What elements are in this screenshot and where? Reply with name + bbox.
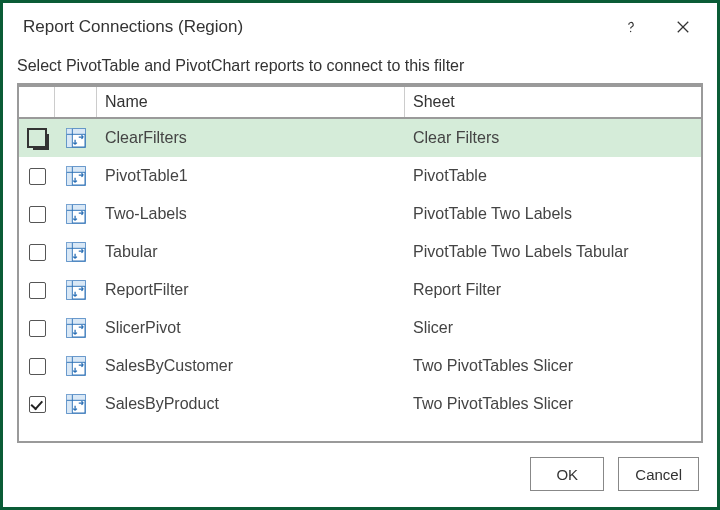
checkbox-icon[interactable]	[29, 206, 46, 223]
pivottable-icon	[55, 347, 97, 385]
pivottable-icon	[55, 271, 97, 309]
row-checkbox[interactable]	[19, 119, 55, 157]
instruction-text: Select PivotTable and PivotChart reports…	[3, 51, 717, 83]
selection-indicator-icon	[27, 128, 47, 148]
checkbox-icon[interactable]	[29, 396, 46, 413]
row-name: SalesByProduct	[97, 385, 405, 423]
row-name: SalesByCustomer	[97, 347, 405, 385]
row-name: Two-Labels	[97, 195, 405, 233]
table-row[interactable]: SalesByCustomerTwo PivotTables Slicer	[19, 347, 701, 385]
row-name: SlicerPivot	[97, 309, 405, 347]
table-row[interactable]: PivotTable1PivotTable	[19, 157, 701, 195]
pivottable-icon	[55, 385, 97, 423]
row-sheet: PivotTable	[405, 157, 701, 195]
row-checkbox[interactable]	[19, 157, 55, 195]
header-name[interactable]: Name	[97, 87, 405, 117]
pivottable-icon	[55, 157, 97, 195]
svg-rect-30	[67, 319, 73, 337]
row-sheet: Two PivotTables Slicer	[405, 347, 701, 385]
row-name: ClearFilters	[97, 119, 405, 157]
svg-rect-25	[67, 281, 73, 299]
row-sheet: Two PivotTables Slicer	[405, 385, 701, 423]
checkbox-icon[interactable]	[29, 282, 46, 299]
header-checkbox-col	[19, 87, 55, 117]
svg-point-0	[630, 31, 631, 32]
row-sheet: Report Filter	[405, 271, 701, 309]
row-name: Tabular	[97, 233, 405, 271]
svg-rect-10	[67, 167, 73, 185]
row-name: PivotTable1	[97, 157, 405, 195]
pivottable-icon	[55, 119, 97, 157]
row-checkbox[interactable]	[19, 385, 55, 423]
svg-rect-40	[67, 395, 73, 413]
row-checkbox[interactable]	[19, 347, 55, 385]
row-name: ReportFilter	[97, 271, 405, 309]
report-grid: Name Sheet ClearFiltersClear FiltersPivo…	[17, 83, 703, 443]
table-row[interactable]: ReportFilterReport Filter	[19, 271, 701, 309]
checkbox-icon[interactable]	[29, 168, 46, 185]
row-checkbox[interactable]	[19, 271, 55, 309]
ok-button[interactable]: OK	[530, 457, 604, 491]
titlebar: Report Connections (Region)	[3, 3, 717, 51]
svg-rect-5	[67, 129, 73, 147]
pivottable-icon	[55, 233, 97, 271]
dialog-title: Report Connections (Region)	[23, 17, 617, 37]
table-row[interactable]: SlicerPivotSlicer	[19, 309, 701, 347]
row-sheet: PivotTable Two Labels Tabular	[405, 233, 701, 271]
table-row[interactable]: SalesByProductTwo PivotTables Slicer	[19, 385, 701, 423]
svg-rect-35	[67, 357, 73, 375]
pivottable-icon	[55, 195, 97, 233]
table-row[interactable]: ClearFiltersClear Filters	[19, 119, 701, 157]
grid-body: ClearFiltersClear FiltersPivotTable1Pivo…	[19, 119, 701, 441]
row-sheet: PivotTable Two Labels	[405, 195, 701, 233]
dialog-footer: OK Cancel	[3, 443, 717, 507]
header-sheet[interactable]: Sheet	[405, 87, 701, 117]
row-sheet: Clear Filters	[405, 119, 701, 157]
cancel-button[interactable]: Cancel	[618, 457, 699, 491]
row-checkbox[interactable]	[19, 195, 55, 233]
header-icon-col	[55, 87, 97, 117]
help-icon[interactable]	[617, 13, 645, 41]
checkbox-icon[interactable]	[29, 320, 46, 337]
checkbox-icon[interactable]	[29, 358, 46, 375]
row-checkbox[interactable]	[19, 233, 55, 271]
table-row[interactable]: Two-LabelsPivotTable Two Labels	[19, 195, 701, 233]
close-icon[interactable]	[669, 13, 697, 41]
svg-rect-20	[67, 243, 73, 261]
table-row[interactable]: TabularPivotTable Two Labels Tabular	[19, 233, 701, 271]
row-sheet: Slicer	[405, 309, 701, 347]
row-checkbox[interactable]	[19, 309, 55, 347]
dialog-window: Report Connections (Region) Select Pivot…	[0, 0, 720, 510]
pivottable-icon	[55, 309, 97, 347]
checkbox-icon[interactable]	[29, 244, 46, 261]
grid-header: Name Sheet	[19, 87, 701, 119]
svg-rect-15	[67, 205, 73, 223]
titlebar-controls	[617, 13, 705, 41]
